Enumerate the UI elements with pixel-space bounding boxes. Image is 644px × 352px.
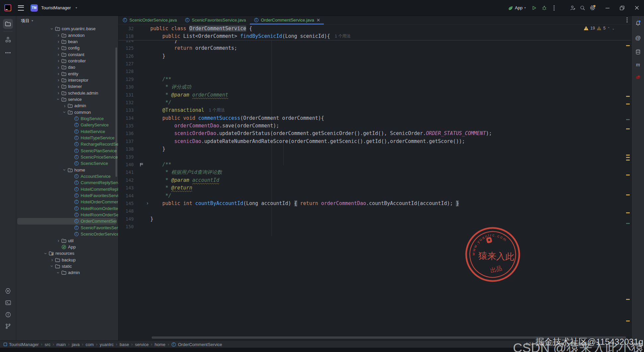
line-number[interactable]: 143 — [118, 185, 134, 190]
tree-item[interactable]: CScenicPlanService — [16, 148, 118, 154]
tree-chevron-icon[interactable]: › — [55, 85, 61, 88]
tree-item[interactable]: CHotelCommentReplyService — [16, 186, 118, 192]
line-number[interactable]: 148 — [118, 208, 134, 214]
scroll-mark-warning[interactable] — [626, 96, 630, 97]
code-line[interactable]: 135 orderCommentDao.save(orderComment); — [118, 122, 631, 129]
code-line[interactable]: 148 — [118, 207, 631, 215]
tree-item[interactable]: CCommentReplyService — [16, 179, 118, 186]
tree-chevron-icon[interactable]: › — [55, 34, 61, 37]
tree-item[interactable]: ›static — [16, 263, 118, 269]
tree-item[interactable]: ›interceptor — [16, 77, 118, 83]
code-line[interactable]: 141 * 根据用户id查询评论数 — [118, 169, 631, 176]
editor-tab[interactable]: COrderCommentService.java — [250, 16, 323, 24]
line-number[interactable]: 125 — [118, 45, 134, 51]
line-number[interactable]: 144 — [118, 193, 134, 198]
tree-item[interactable]: CScenicPriceService — [16, 154, 118, 160]
line-number[interactable]: 149 — [118, 216, 134, 222]
tree-item[interactable]: CHotelFavoritesService — [16, 192, 118, 199]
tree-item[interactable]: CAccountService — [16, 173, 118, 179]
tree-item[interactable]: ›config — [16, 45, 118, 51]
tree-item[interactable]: CScenicFavoritesService — [16, 225, 118, 231]
line-number[interactable]: 135 — [118, 123, 134, 128]
line-number[interactable]: 128 — [118, 69, 134, 74]
line-number[interactable]: 137 — [118, 139, 134, 144]
breadcrumb-item[interactable]: service — [135, 342, 149, 347]
line-number[interactable]: 32 — [118, 26, 134, 31]
code-line[interactable]: 130 * 评分成功 — [118, 83, 631, 91]
scroll-mark-teal[interactable] — [626, 119, 630, 120]
ai-assistant-button[interactable]: @ — [633, 33, 643, 43]
tree-chevron-icon[interactable]: › — [55, 91, 61, 95]
restore-button[interactable] — [615, 0, 629, 16]
run-configuration-selector[interactable]: App ▾ — [508, 5, 526, 11]
scroll-mark-warning[interactable] — [626, 299, 630, 300]
code-line[interactable]: 138 } — [118, 145, 631, 153]
breadcrumb-item[interactable]: main — [56, 342, 66, 347]
line-number[interactable]: 136 — [118, 131, 134, 136]
tree-item[interactable]: ›annotion — [16, 32, 118, 38]
bookmark-icon[interactable] — [140, 163, 144, 167]
line-number[interactable]: 126 — [118, 53, 134, 59]
tree-chevron-icon[interactable]: › — [50, 263, 54, 269]
next-issue-chevron[interactable]: ⌃ — [612, 27, 614, 30]
tree-item[interactable]: ›common — [16, 109, 118, 115]
project-panel-header[interactable]: 项目 ▾ — [16, 16, 118, 26]
code-line[interactable]: 140 /** — [118, 161, 631, 168]
scroll-mark-warning[interactable] — [626, 128, 630, 129]
line-number[interactable]: 142 — [118, 177, 134, 183]
breadcrumb-item[interactable]: yuanlrc — [100, 342, 114, 347]
code-line[interactable]: 32public class OrderCommentService { — [118, 25, 631, 32]
breadcrumb-item[interactable]: java — [72, 342, 80, 347]
code-line[interactable]: 125 return orderComments; — [118, 44, 631, 52]
tree-item[interactable]: ›bean — [16, 38, 118, 45]
code-line[interactable]: 149} — [118, 215, 631, 223]
tree-item[interactable]: CHotelOrderCommentService — [16, 199, 118, 205]
maven-tool-button[interactable]: m — [633, 60, 643, 70]
tree-chevron-icon[interactable]: › — [55, 46, 61, 50]
code-line[interactable]: 132 */ — [118, 99, 631, 106]
search-everywhere-button[interactable] — [578, 3, 588, 13]
problems-tool-button[interactable] — [3, 310, 13, 319]
usage-inlay-hint[interactable]: 1 个用法 — [335, 34, 351, 39]
scroll-mark-warning[interactable] — [626, 160, 630, 161]
tree-item[interactable]: ›home — [16, 167, 118, 173]
database-tool-button[interactable] — [633, 47, 643, 57]
line-number[interactable]: 131 — [118, 92, 134, 98]
tree-item[interactable]: CBlogService — [16, 115, 118, 122]
tree-item[interactable]: CGalleryService — [16, 122, 118, 128]
tree-chevron-icon[interactable]: › — [63, 167, 66, 173]
scroll-mark-warning[interactable] — [626, 45, 630, 46]
code-line[interactable]: 142 * @param accountId — [118, 176, 631, 184]
code-line[interactable]: 124 } — [118, 40, 631, 44]
project-badge[interactable]: TM — [31, 4, 38, 12]
breadcrumb-item[interactable]: com — [86, 342, 94, 347]
tree-item[interactable]: CRechargeRecordService — [16, 141, 118, 147]
line-number[interactable]: 132 — [118, 100, 134, 105]
code-line[interactable]: 133 @Transactional1 个用法 — [118, 106, 631, 114]
tree-item[interactable]: CHotelRoomOrderService — [16, 212, 118, 218]
scroll-mark-teal[interactable] — [626, 223, 630, 224]
code-line[interactable]: 143 * @return — [118, 184, 631, 192]
scroll-mark-warning[interactable] — [626, 212, 630, 213]
fold-arrow-icon[interactable]: › — [147, 200, 148, 206]
tree-item[interactable]: ›entity — [16, 70, 118, 77]
tree-item[interactable]: ›admin — [16, 269, 118, 276]
breadcrumb-item[interactable]: TouristManager — [3, 342, 39, 347]
line-number[interactable]: 140 — [118, 162, 134, 167]
minimize-button[interactable] — [600, 0, 615, 16]
tree-chevron-icon[interactable]: › — [50, 26, 54, 32]
code-line[interactable]: 139 — [118, 153, 631, 161]
more-tools-button[interactable] — [3, 48, 13, 58]
tree-item[interactable]: ›service — [16, 96, 118, 103]
notifications-button[interactable] — [633, 18, 643, 28]
code-with-me-button[interactable] — [568, 3, 578, 13]
project-tool-button[interactable] — [3, 19, 13, 29]
tree-item[interactable]: ›controller — [16, 58, 118, 64]
code-line[interactable]: 129 /** — [118, 75, 631, 83]
line-number[interactable]: 124 — [118, 40, 134, 43]
line-number[interactable]: 130 — [118, 84, 134, 90]
git-tool-button[interactable] — [3, 321, 13, 331]
scroll-mark-warning[interactable] — [626, 157, 630, 158]
code-line[interactable]: 131 * @param orderComment — [118, 91, 631, 99]
breadcrumb-item[interactable]: COrderCommentService — [171, 342, 222, 347]
